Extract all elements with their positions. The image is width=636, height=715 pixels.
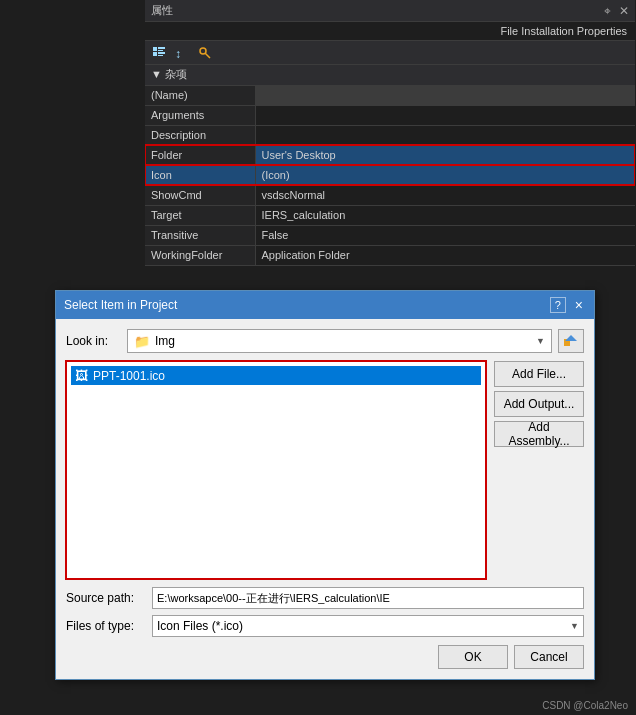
properties-title: 属性 [151,3,173,18]
prop-name-arguments: Arguments [145,105,255,125]
properties-title-bar: 属性 ⌖ ✕ [145,0,635,22]
prop-row-description: Description [145,125,635,145]
prop-val-icon: (Icon) [255,165,635,185]
files-of-type-value: Icon Files (*.ico) [157,619,243,633]
prop-val-showcmd: vsdscNormal [255,185,635,205]
watermark: CSDN @Cola2Neo [542,700,628,711]
prop-name-transitive: Transitive [145,225,255,245]
prop-row-transitive: Transitive False [145,225,635,245]
category-row: ▼ 杂项 [145,65,635,85]
dialog-title-bar: Select Item in Project ? × [56,291,594,319]
svg-rect-3 [158,50,163,51]
prop-name-workingfolder: WorkingFolder [145,245,255,265]
add-file-button[interactable]: Add File... [494,361,584,387]
prop-name-description: Description [145,125,255,145]
prop-name-folder: Folder [145,145,255,165]
svg-line-8 [205,53,210,58]
svg-rect-0 [153,47,157,51]
svg-rect-4 [158,52,165,54]
file-item-ppt[interactable]: 🖼 PPT-1001.ico [71,366,481,385]
folder-icon: 📁 [134,334,150,349]
navigate-up-button[interactable] [558,329,584,353]
svg-rect-1 [153,52,157,56]
source-path-label: Source path: [66,591,146,605]
prop-name-showcmd: ShowCmd [145,185,255,205]
look-in-label: Look in: [66,334,121,348]
prop-val-name [255,85,635,105]
select-item-dialog: Select Item in Project ? × Look in: 📁 Im… [55,290,595,680]
source-path-text: E:\worksapce\00--正在进行\IERS_calculation\I… [157,591,390,606]
file-installation-title: File Installation Properties [145,22,635,41]
close-icon[interactable]: ✕ [619,4,629,18]
prop-row-workingfolder: WorkingFolder Application Folder [145,245,635,265]
file-item-label: PPT-1001.ico [93,369,165,383]
files-of-type-row: Files of type: Icon Files (*.ico) ▼ [66,615,584,637]
ok-button[interactable]: OK [438,645,508,669]
prop-row-name: (Name) [145,85,635,105]
dialog-help-button[interactable]: ? [550,297,566,313]
prop-name-target: Target [145,205,255,225]
prop-val-folder: User's Desktop [255,145,635,165]
add-output-button[interactable]: Add Output... [494,391,584,417]
side-buttons: Add File... Add Output... Add Assembly..… [494,361,584,579]
prop-row-arguments: Arguments [145,105,635,125]
properties-panel: 属性 ⌖ ✕ File Installation Properties ↕ ▼ … [145,0,635,266]
prop-val-arguments [255,105,635,125]
cancel-button[interactable]: Cancel [514,645,584,669]
prop-name-name: (Name) [145,85,255,105]
look-in-arrow: ▼ [536,336,545,346]
file-list-area: 🖼 PPT-1001.ico Add File... Add Output...… [66,361,584,579]
dialog-title: Select Item in Project [64,298,177,312]
files-of-type-dropdown[interactable]: Icon Files (*.ico) ▼ [152,615,584,637]
prop-val-workingfolder: Application Folder [255,245,635,265]
properties-table: ▼ 杂项 (Name) Arguments Description Folder… [145,65,635,266]
sort-icon[interactable]: ↕ [172,43,192,63]
svg-rect-9 [564,341,570,346]
svg-rect-2 [158,47,165,49]
look-in-row: Look in: 📁 Img ▼ [66,329,584,353]
dialog-close-button[interactable]: × [572,297,586,313]
files-of-type-label: Files of type: [66,619,146,633]
files-of-type-arrow: ▼ [570,621,579,631]
prop-row-icon: Icon (Icon) [145,165,635,185]
prop-val-transitive: False [255,225,635,245]
add-assembly-button[interactable]: Add Assembly... [494,421,584,447]
category-view-icon[interactable] [149,43,169,63]
file-icon: 🖼 [75,368,88,383]
prop-name-icon: Icon [145,165,255,185]
look-in-value: Img [155,334,175,348]
pin-icon[interactable]: ⌖ [604,4,611,18]
properties-table-wrap: ▼ 杂项 (Name) Arguments Description Folder… [145,65,635,266]
prop-row-showcmd: ShowCmd vsdscNormal [145,185,635,205]
dialog-body: Look in: 📁 Img ▼ 🖼 PPT-1001.ico Add File… [56,319,594,679]
svg-text:↕: ↕ [175,47,181,60]
category-label: ▼ 杂项 [145,65,635,85]
properties-toolbar: ↕ [145,41,635,65]
look-in-dropdown[interactable]: 📁 Img ▼ [127,329,552,353]
svg-rect-5 [158,55,163,56]
prop-row-folder: Folder User's Desktop [145,145,635,165]
svg-marker-11 [565,335,577,341]
key-icon[interactable] [195,43,215,63]
file-list[interactable]: 🖼 PPT-1001.ico [66,361,486,579]
prop-val-description [255,125,635,145]
prop-val-target: IERS_calculation [255,205,635,225]
dialog-title-actions: ? × [550,297,586,313]
dialog-footer: OK Cancel [66,645,584,669]
prop-row-target: Target IERS_calculation [145,205,635,225]
source-path-row: Source path: E:\worksapce\00--正在进行\IERS_… [66,587,584,609]
source-path-value: E:\worksapce\00--正在进行\IERS_calculation\I… [152,587,584,609]
